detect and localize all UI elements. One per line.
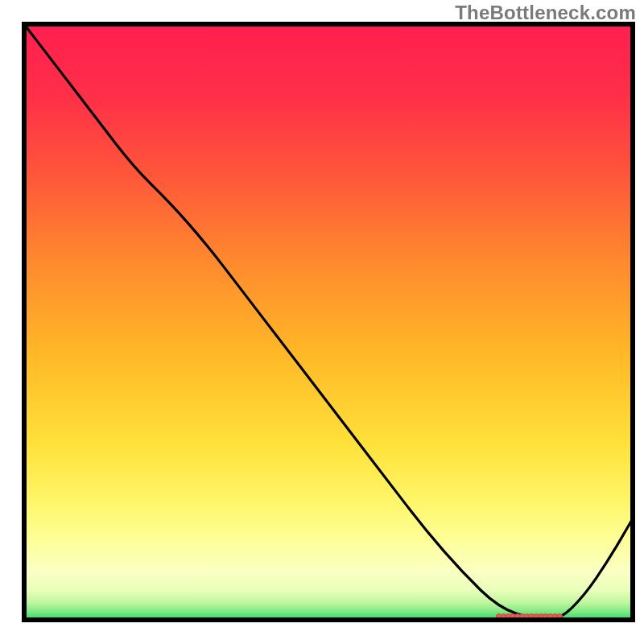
- gradient-background: [24, 24, 633, 620]
- plot-area: [24, 24, 633, 620]
- watermark-text: TheBottleneck.com: [455, 2, 636, 24]
- chart-stage: TheBottleneck.com: [0, 0, 644, 644]
- bottleneck-chart: [0, 0, 644, 644]
